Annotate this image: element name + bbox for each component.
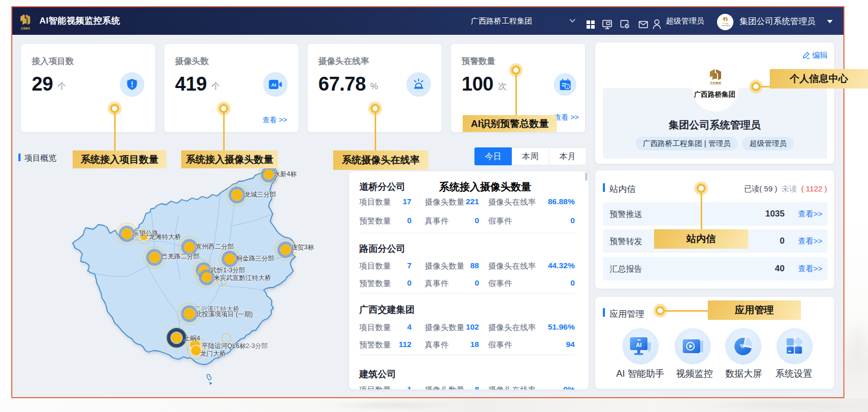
svg-text:AI: AI [271, 82, 276, 88]
svg-text:%: % [740, 343, 745, 349]
svg-text:广西路桥集团: 广西路桥集团 [721, 25, 730, 27]
svg-text:AI: AI [636, 342, 641, 348]
svg-text:北投集团: 北投集团 [709, 81, 721, 84]
svg-text:北投集团: 北投集团 [20, 27, 30, 30]
svg-text:i: i [567, 84, 568, 89]
svg-text:北投集团: 北投集团 [722, 23, 728, 25]
